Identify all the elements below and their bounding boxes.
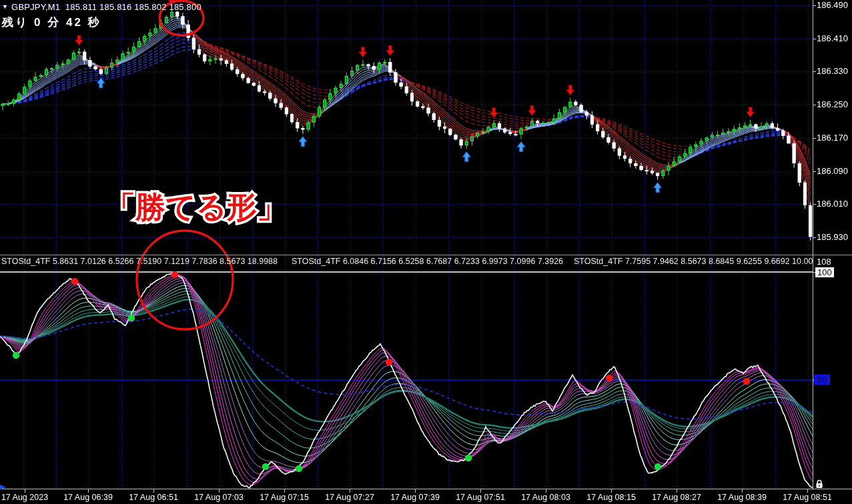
time-axis-label: 17 Aug 08:03: [521, 493, 570, 503]
time-axis-label: 17 Aug 07:15: [260, 493, 309, 503]
time-axis-label: 17 Aug 08:51: [783, 493, 832, 503]
time-axis-label: 17 Aug 07:51: [456, 493, 505, 503]
price-axis-label: 185.930: [817, 232, 848, 243]
price-axis-label: 186.010: [817, 199, 848, 209]
mt4-chart-window: ▼GBPJPY,M1 185.811 185.816 185.802 185.8…: [0, 0, 852, 504]
indicator-axis-label: 50: [814, 375, 830, 385]
price-axis-label: 186.250: [817, 99, 848, 110]
time-axis-label: 17 Aug 08:39: [717, 493, 767, 503]
indicator-values-label: STOStd_4TF 5.8631 7.0126 6.5266 7.5190 7…: [1, 257, 278, 266]
scroll-marker-icon: [0, 485, 6, 490]
lock-icon: [815, 479, 823, 491]
time-axis-label: 17 Aug 07:27: [325, 493, 374, 503]
indicator-axis-label: 100: [815, 267, 834, 277]
indicator-values-label: STOStd_4TF 7.7595 7.9462 8.5673 8.6845 9…: [574, 257, 813, 266]
time-axis-label: 17 Aug 06:39: [63, 493, 113, 503]
time-axis-label: 17 Aug 07:39: [390, 493, 440, 503]
price-axis-label: 186.170: [817, 133, 848, 143]
indicator-labels: STOStd_4TF 5.8631 7.0126 6.5266 7.5190 7…: [0, 0, 813, 504]
price-axis-label: 186.330: [817, 66, 848, 77]
price-axis-label: 186.490: [817, 0, 848, 11]
price-axis-label: 186.090: [817, 166, 848, 177]
time-axis-label: 17 Aug 08:27: [652, 493, 701, 503]
price-axis-label: 186.410: [817, 33, 848, 44]
indicator-values-label: STOStd_4TF 6.0846 6.7156 6.5258 6.7687 6…: [292, 257, 563, 266]
time-axis-label: 17 Aug 07:03: [194, 493, 244, 503]
indicator-axis-label: 108: [817, 257, 831, 267]
time-axis-label: 17 Aug 08:15: [586, 493, 636, 503]
time-axis-label: 17 Aug 2023: [1, 493, 48, 503]
time-axis-label: 17 Aug 06:51: [129, 493, 178, 503]
